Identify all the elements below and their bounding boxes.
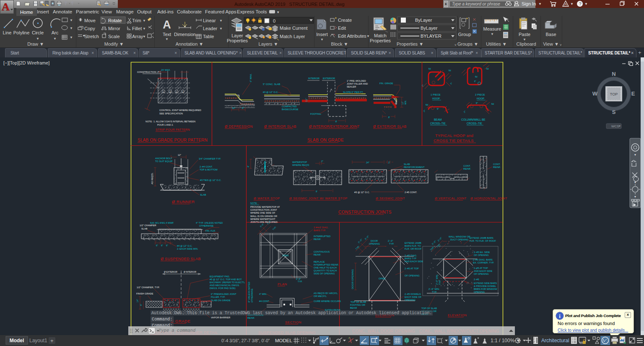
svg-text:DOOR: DOOR (371, 240, 378, 242)
svg-text:CONSTRUCTION JOINT: CONSTRUCTION JOINT (250, 209, 277, 211)
svg-text:1" PRE–MOLDED: 1" PRE–MOLDED (347, 80, 366, 82)
svg-text:0'-4 3/16", 27'-7 3/8", 0'-0": 0'-4 3/16", 27'-7 3/8", 0'-0" (221, 338, 270, 343)
svg-text:▼: ▼ (165, 37, 169, 41)
svg-text:▼: ▼ (143, 27, 146, 31)
svg-text:CURB WHERE OCCURS: CURB WHERE OCCURS (314, 300, 341, 302)
svg-text:Dimension: Dimension (174, 32, 196, 37)
svg-text:▼: ▼ (491, 32, 494, 36)
svg-text:▼: ▼ (36, 37, 39, 41)
svg-text:8': 8' (388, 116, 390, 119)
svg-text:Text: Text (163, 32, 171, 37)
svg-text:▼: ▼ (70, 26, 73, 30)
svg-text:2–#5: 2–#5 (474, 278, 479, 281)
svg-text:2–EACH SIDE MIN.: 2–EACH SIDE MIN. (177, 248, 198, 250)
svg-text:1: 1 (163, 90, 164, 93)
svg-text:BEAM: BEAM (434, 118, 441, 121)
svg-text:TYPICAL HOOP and: TYPICAL HOOP and (435, 134, 473, 138)
svg-text:Ø SEISMIC JOINT W/ WATER STOP: Ø SEISMIC JOINT W/ WATER STOP (289, 196, 348, 200)
svg-text:▼: ▼ (634, 153, 637, 156)
svg-text:ByLayer: ByLayer (415, 18, 432, 23)
svg-text:Create: Create (338, 18, 352, 23)
svg-text:SEALER: SEALER (347, 85, 356, 88)
svg-text:1/2" CHAMFER, TYP.: 1/2" CHAMFER, TYP. (137, 286, 160, 289)
svg-text:2–#5 DIAG. BARS: 2–#5 DIAG. BARS (473, 258, 493, 261)
svg-text:Ø HORIZONTAL JOINT: Ø HORIZONTAL JOINT (470, 196, 507, 200)
svg-text:˅: ˅ (454, 43, 457, 47)
svg-text:12": 12" (232, 107, 236, 109)
svg-text:REINF.: REINF. (314, 238, 321, 240)
svg-text:TOP & BOTTOM: TOP & BOTTOM (200, 168, 218, 171)
svg-text:▼: ▼ (570, 2, 574, 6)
svg-text:SLAB: SLAB (141, 227, 148, 230)
svg-text:Match Layer: Match Layer (280, 34, 305, 39)
svg-text:Groups ▼: Groups ▼ (457, 41, 478, 46)
svg-text:Draw ▼: Draw ▼ (27, 41, 44, 46)
svg-text:#3 @ 12" O.C.: #3 @ 12" O.C. (263, 91, 278, 93)
svg-text:Ø EXTERIOR: Ø EXTERIOR (164, 271, 177, 273)
svg-text:6d: 6d (449, 69, 451, 72)
svg-text:Ø SUSPENDED SLAB: Ø SUSPENDED SLAB (161, 257, 201, 261)
svg-text:JOINTS ARE REQUIRED.: JOINTS ARE REQUIRED. (250, 221, 278, 223)
svg-text:Table: Table (203, 34, 214, 39)
svg-text:WALL WINDOW OR: WALL WINDOW OR (449, 235, 470, 238)
svg-text:▼: ▼ (143, 19, 146, 23)
svg-text:i: i (559, 313, 561, 319)
svg-text:Utilities ▼: Utilities ▼ (486, 41, 506, 46)
svg-text:TOP OF SLAB: TOP OF SLAB (351, 301, 366, 303)
svg-text:2: 2 (182, 90, 184, 93)
svg-text:SIDE OF OPENING: SIDE OF OPENING (314, 272, 335, 275)
svg-text:2–#5 DIAG.: 2–#5 DIAG. (405, 254, 417, 257)
svg-text:2 PIECE: 2 PIECE (475, 93, 485, 96)
svg-text:AS REQ'D.: AS REQ'D. (151, 172, 153, 184)
svg-text:1: 1 (176, 90, 177, 93)
svg-text:Modify ▼: Modify ▼ (104, 41, 124, 46)
svg-text:2": 2" (321, 160, 323, 163)
svg-text:8': 8' (335, 120, 337, 123)
svg-text:▼: ▼ (70, 36, 73, 39)
svg-text:Copy: Copy (84, 26, 95, 31)
svg-text:& PROVIDE DOWEL: & PROVIDE DOWEL (474, 285, 496, 287)
svg-text:OTHERWISE: OTHERWISE (251, 288, 253, 302)
svg-text:TYP.: TYP. (432, 291, 437, 293)
svg-text:View ▼: View ▼ (543, 41, 559, 46)
svg-text:INTERIOR: INTERIOR (308, 77, 319, 80)
svg-text:BARS FLR. TO: BARS FLR. TO (405, 245, 421, 247)
svg-text:COMPACTED: COMPACTED (282, 105, 297, 108)
svg-text:AND MECHANICAL DWGS.: AND MECHANICAL DWGS. (210, 284, 240, 287)
svg-text:Line: Line (3, 30, 12, 35)
svg-text:WATERSTOP: WATERSTOP (292, 161, 307, 163)
svg-text:N: N (612, 71, 615, 77)
svg-text:6": 6" (476, 102, 478, 104)
svg-text:ELEVATION: ELEVATION (448, 313, 467, 317)
svg-text:[−][Top][2D Wireframe]: [−][Top][2D Wireframe] (3, 60, 49, 65)
svg-text:FIN. FLR.: FIN. FLR. (205, 230, 216, 232)
svg-text:▼: ▼ (618, 125, 621, 127)
svg-text:SLAB ON GRADE: SLAB ON GRADE (307, 138, 344, 142)
svg-text:Insert: Insert (316, 32, 328, 37)
svg-text:REINF.: REINF. (314, 253, 321, 256)
svg-text:6d: 6d (428, 67, 431, 70)
svg-text:12": 12" (178, 154, 181, 156)
svg-text:Ø DEPRESSION: Ø DEPRESSION (225, 125, 253, 129)
svg-text:BYLAYER: BYLAYER (421, 34, 441, 39)
svg-text:˅: ˅ (560, 43, 562, 47)
svg-text:TOP OF SLAB: TOP OF SLAB (421, 307, 437, 310)
svg-text:DWGS. FOR PAD SIZE): DWGS. FOR PAD SIZE) (210, 287, 236, 289)
svg-text:FLR. TO FLR. OF ROOF: FLR. TO FLR. OF ROOF (470, 240, 496, 242)
svg-text:EXTEND JAMB BARS: EXTEND JAMB BARS (470, 237, 493, 239)
svg-text:BARS TYP.: BARS TYP. (314, 229, 326, 232)
svg-text:2'–0" MIN.: 2'–0" MIN. (436, 274, 438, 285)
svg-text:FIN. GRADE: FIN. GRADE (379, 82, 393, 85)
svg-text:BARS TYP: BARS TYP (405, 257, 416, 260)
svg-text:SLAB: SLAB (200, 194, 206, 196)
svg-text:CROSS–TIE: CROSS–TIE (430, 122, 446, 125)
svg-text:▼: ▼ (70, 18, 73, 22)
svg-text:+: + (50, 338, 54, 344)
svg-text:VAPOR BARRIER: VAPOR BARRIER (211, 316, 230, 319)
svg-text:Paste: Paste (519, 32, 530, 37)
svg-text:Edit Attributes: Edit Attributes (338, 34, 366, 39)
svg-text:Layers ▼: Layers ▼ (259, 41, 278, 46)
svg-text:PROVIDE WATERSTOP AT: PROVIDE WATERSTOP AT (250, 206, 280, 208)
svg-text:4": 4" (247, 165, 249, 168)
svg-text:WALL IS ON GRADE OR: WALL IS ON GRADE OR (250, 215, 277, 217)
